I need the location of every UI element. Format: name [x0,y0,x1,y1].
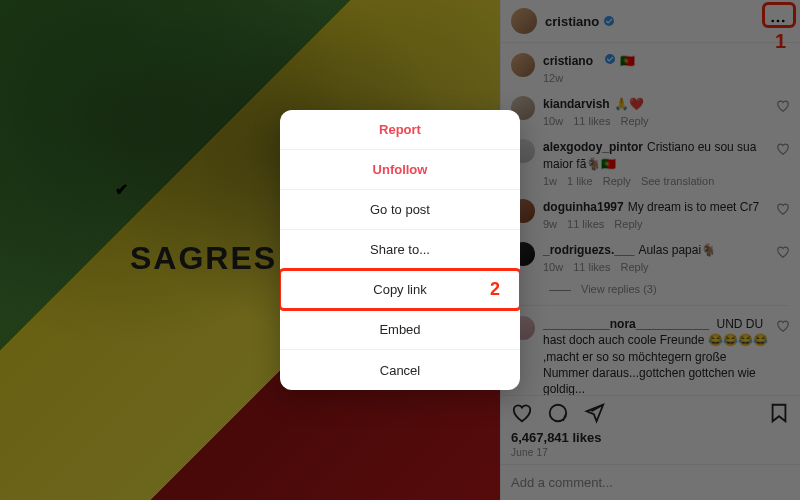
menu-share-to[interactable]: Share to... [280,230,520,270]
menu-copy-link-label: Copy link [373,282,426,297]
modal-overlay[interactable]: Report Unfollow Go to post Share to... C… [0,0,800,500]
menu-report[interactable]: Report [280,110,520,150]
menu-copy-link[interactable]: Copy link 2 [280,270,520,310]
menu-unfollow[interactable]: Unfollow [280,150,520,190]
post-viewer: ✔ SAGRES cristiano 1 cristiano [0,0,800,500]
options-menu: Report Unfollow Go to post Share to... C… [280,110,520,390]
menu-go-to-post[interactable]: Go to post [280,190,520,230]
menu-cancel[interactable]: Cancel [280,350,520,390]
menu-embed[interactable]: Embed [280,310,520,350]
annotation-number-2: 2 [490,279,500,300]
